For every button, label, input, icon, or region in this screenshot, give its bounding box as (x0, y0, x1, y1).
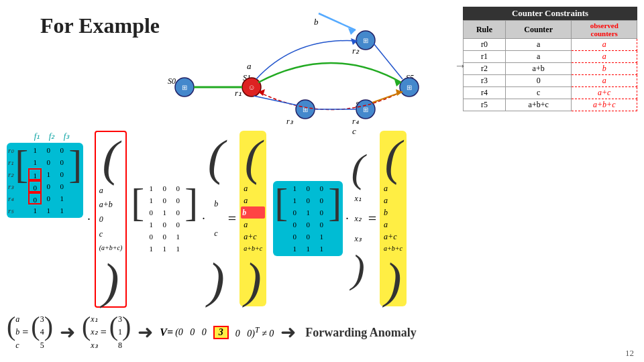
x-vector: ( x₁ x₂ x₃ ) (352, 148, 365, 289)
svg-text:r₃: r₃ (286, 117, 294, 126)
obs-cell: a+c (572, 87, 637, 99)
counter-cell: a+b (505, 63, 572, 75)
row-labels-1: r₀ r₁ r₂ r₃ r₄ r₅ (8, 144, 15, 217)
x-solved-vector: ( x₁ x₂ x₃ = ( 3 1 8 ) (82, 313, 131, 352)
b-vector: ( a a+b 0 c (a+b+c) ) (97, 133, 125, 306)
svg-text:⊞: ⊞ (363, 37, 368, 44)
obs-cell: a (572, 75, 637, 87)
equals-1: = (226, 211, 238, 226)
col-observed: observedcounters (572, 21, 637, 39)
arrow-3: ➜ (278, 323, 299, 342)
col-counter: Counter (505, 21, 572, 39)
rule-cell: r2 (464, 63, 506, 75)
page-number: 12 (625, 348, 634, 359)
rule-cell: r1 (464, 51, 506, 63)
col-labels-1: f₁ f₂ f₃ (30, 131, 74, 141)
matrix-1-wrap: f₁ f₂ f₃ r₀ r₁ r₂ r₃ r₄ r₅ [ 100 100 110… (7, 131, 83, 218)
equals-2: = (366, 211, 378, 226)
abc-vector: ( a b c = ( 3 4 5 ) (7, 313, 53, 352)
counter-cell: a (505, 51, 572, 63)
rule-cell: r4 (464, 87, 506, 99)
constraints-table: Rule Counter observedcounters r0aar1aar2… (463, 20, 637, 111)
arrow-1: ➜ (57, 323, 78, 342)
bracket-right-1: ] (68, 144, 82, 217)
second-equation: [ 100 100 010 100 001 111 ] · ( b c ) (129, 131, 266, 306)
arrow-2: ➜ (135, 323, 156, 342)
network-diagram: S0 S1 S5 S2 S3 S4 r₀ r₁ r₅ r₃ r₄ r₂ b a … (148, 10, 443, 134)
matrix-3: [ 100 100 010 000 001 111 ] (273, 181, 343, 256)
b-vector-wrap: ( a a+b 0 c (a+b+c) ) (95, 131, 127, 308)
dot-3: · (344, 212, 350, 226)
constraints-title: Counter Constraints (463, 7, 637, 20)
rule-cell: r3 (464, 75, 506, 87)
counter-cell: a (505, 39, 572, 51)
matrix-2: [ 100 100 010 100 001 111 ] (131, 182, 198, 255)
rule-cell: r5 (464, 99, 506, 111)
bracket-left-1: [ (15, 144, 28, 217)
obs-cell: a (572, 51, 637, 63)
svg-text:⊞: ⊞ (182, 84, 187, 91)
svg-text:⊞: ⊞ (407, 84, 412, 91)
svg-text:r₄: r₄ (352, 117, 359, 126)
constraints-box: Counter Constraints Rule Counter observe… (463, 7, 637, 111)
dot-1: · (86, 213, 92, 227)
dot-2: · (201, 212, 207, 226)
b-vector-cells: a a+b 0 c (a+b+c) (97, 183, 125, 255)
v-label: V= (160, 326, 173, 339)
svg-text:☺: ☺ (248, 83, 255, 91)
matrices-section: f₁ f₂ f₃ r₀ r₁ r₂ r₃ r₄ r₅ [ 100 100 110… (7, 131, 463, 308)
svg-text:b: b (314, 17, 319, 27)
bottom-row: ( a b c = ( 3 4 5 ) ➜ ( x₁ x₂ x₃ = ( 3 1… (7, 313, 637, 352)
svg-text:a: a (247, 61, 252, 71)
v-equation: V= (0 0 0 3 0 0)T ≠ 0 (160, 326, 274, 339)
page-title: For Example (40, 13, 160, 38)
b-vector-2: ( b c ) (208, 132, 225, 305)
result-vector: ( a a b a a+c a+b+c ) (239, 131, 266, 306)
counter-cell: 0 (505, 75, 572, 87)
obs-cell: a (572, 39, 637, 51)
rule-cell: r0 (464, 39, 506, 51)
counter-cell: a+b+c (505, 99, 572, 111)
svg-line-31 (254, 96, 297, 105)
svg-text:S0: S0 (168, 76, 176, 86)
col-rule: Rule (464, 21, 506, 39)
arrow-right-constraint: → (454, 59, 466, 73)
forwarding-anomaly: Forwarding Anomaly (305, 326, 417, 340)
result-vector-2: ( a a b a a+c a+b+c ) (380, 131, 407, 306)
v-suffix: 0 0)T ≠ 0 (231, 326, 274, 339)
matrix-1-cells: 100 100 110 000 001 111 (28, 144, 68, 217)
matrix-1: r₀ r₁ r₂ r₃ r₄ r₅ [ 100 100 110 000 001 … (7, 143, 83, 218)
svg-text:⊞: ⊞ (363, 106, 368, 113)
obs-cell: a+b+c (572, 99, 637, 111)
network-svg: S0 S1 S5 S2 S3 S4 r₀ r₁ r₅ r₃ r₄ r₂ b a … (148, 10, 443, 134)
svg-line-35 (374, 44, 402, 79)
v-highlight: 3 (213, 326, 229, 339)
svg-line-36 (319, 13, 356, 30)
obs-cell: b (572, 63, 637, 75)
svg-text:r₁: r₁ (235, 88, 241, 98)
counter-cell: c (505, 87, 572, 99)
third-equation: [ 100 100 010 000 001 111 ] · ( x₁ x₂ x₃… (273, 131, 407, 306)
v-prefix: (0 0 0 (175, 327, 211, 338)
